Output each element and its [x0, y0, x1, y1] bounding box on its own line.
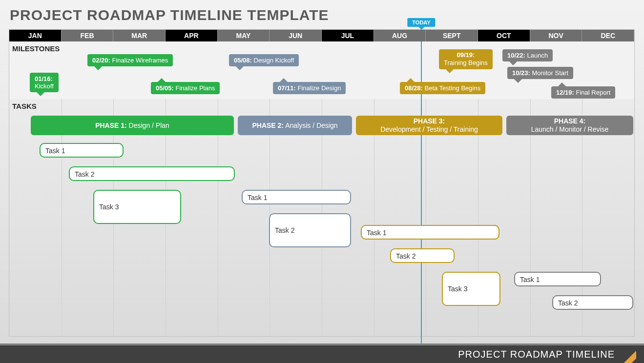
- milestone-finalize-plans: 05/05: Finalize Plans: [151, 82, 220, 94]
- task-p2-1: Task 1: [242, 190, 351, 204]
- month-dec: DEC: [582, 30, 634, 41]
- milestone-kickoff: 01/16: Kickoff: [30, 73, 59, 92]
- milestone-beta-testing: 08/28: Beta Testing Begins: [400, 82, 485, 94]
- task-p4-1: Task 1: [514, 272, 601, 286]
- footer-bar: PROJECT ROADMAP TIMELINE: [0, 343, 644, 363]
- phase-4-bar: PHASE 4:Launch / Monitor / Revise: [506, 116, 633, 135]
- month-oct: OCT: [478, 30, 530, 41]
- month-sept: SEPT: [426, 30, 478, 41]
- month-nov: NOV: [530, 30, 582, 41]
- task-p2-2: Task 2: [269, 213, 351, 247]
- month-apr: APR: [166, 30, 218, 41]
- month-jul: JUL: [322, 30, 374, 41]
- task-p3-2: Task 2: [390, 248, 455, 263]
- milestone-wireframes: 02/20: Finalize Wireframes: [87, 54, 173, 66]
- phase-3-bar: PHASE 3:Development / Testing / Training: [356, 116, 502, 135]
- task-p1-3: Task 3: [93, 190, 181, 224]
- page-title: PROJECT ROADMAP TIMELINE TEMPLATE: [0, 0, 644, 28]
- month-feb: FEB: [62, 30, 114, 41]
- month-jan: JAN: [9, 30, 62, 41]
- timeline-chart: JAN FEB MAR APR MAY JUN JUL AUG SEPT OCT…: [9, 29, 635, 337]
- milestone-monitor-start: 10/23: Monitor Start: [507, 67, 573, 79]
- task-p1-1: Task 1: [40, 143, 124, 158]
- footer-title: PROJECT ROADMAP TIMELINE: [458, 349, 615, 360]
- month-header: JAN FEB MAR APR MAY JUN JUL AUG SEPT OCT…: [9, 30, 634, 41]
- task-p1-2: Task 2: [69, 166, 235, 181]
- phase-2-bar: PHASE 2: Analysis / Design: [238, 116, 352, 135]
- task-p3-3: Task 3: [442, 272, 500, 306]
- task-p3-1: Task 1: [361, 225, 499, 240]
- milestone-launch: 10/22: Launch: [502, 49, 553, 61]
- month-may: MAY: [218, 30, 270, 41]
- milestone-final-report: 12/19: Final Report: [551, 86, 615, 99]
- month-mar: MAR: [113, 30, 166, 41]
- phase-1-bar: PHASE 1: Design / Plan: [31, 116, 234, 135]
- task-p4-2: Task 2: [552, 295, 633, 310]
- milestone-training-begins: 09/19:Training Begins: [439, 49, 493, 69]
- month-jun: JUN: [270, 30, 322, 41]
- milestone-design-kickoff: 05/08: Design Kickoff: [229, 54, 299, 66]
- milestones-label: MILESTONES: [12, 44, 60, 53]
- month-aug: AUG: [374, 30, 426, 41]
- milestone-finalize-design: 07/11: Finalize Design: [273, 82, 346, 94]
- footer-accent-icon: [619, 345, 636, 363]
- today-label: TODAY: [407, 18, 435, 27]
- tasks-label: TASKS: [12, 102, 37, 110]
